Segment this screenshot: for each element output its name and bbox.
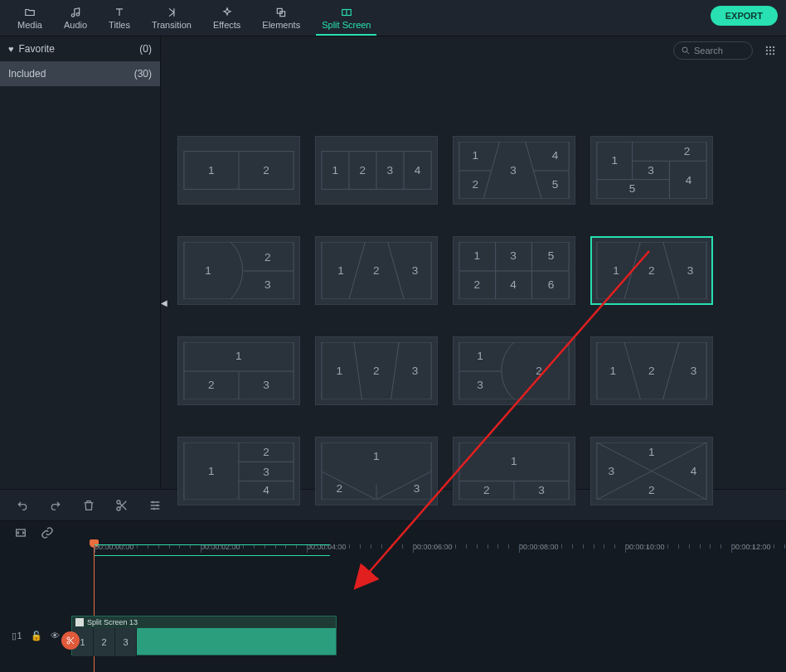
template-item-selected[interactable]: 123 <box>590 236 713 305</box>
ruler-label: 00:00:08:00 <box>519 543 559 551</box>
svg-line-69 <box>624 242 640 299</box>
ruler-label: 00:00:10:00 <box>625 543 665 551</box>
svg-text:3: 3 <box>263 379 269 391</box>
lock-icon[interactable]: 🔓 <box>31 631 42 641</box>
svg-text:4: 4 <box>552 149 559 162</box>
tab-label: Effects <box>213 20 240 30</box>
text-icon <box>113 7 126 18</box>
sidebar-item-count: (0) <box>139 43 152 55</box>
svg-text:2: 2 <box>263 446 269 458</box>
track-row: ▯1 🔓 👁 Split Screen 13 1 2 3 <box>0 612 786 659</box>
svg-text:3: 3 <box>510 249 517 262</box>
clip-type-icon <box>75 618 84 626</box>
folder-icon <box>23 7 36 18</box>
svg-text:6: 6 <box>548 278 555 291</box>
sidebar-item-favorite[interactable]: ♥Favorite (0) <box>0 36 160 61</box>
grid-view-toggle[interactable] <box>763 43 778 58</box>
svg-text:1: 1 <box>208 465 215 477</box>
tab-transition[interactable]: Transition <box>141 0 202 36</box>
svg-text:2: 2 <box>536 365 542 377</box>
template-item[interactable]: 123456 <box>453 236 575 305</box>
template-item[interactable]: 123 <box>315 236 438 305</box>
svg-point-7 <box>769 46 771 48</box>
template-grid: 12 1234 12345 12345 123 123 123456 123 1… <box>161 65 786 505</box>
timeline-ruler[interactable]: 00:00:00:0000:00:02:0000:00:04:0000:00:0… <box>71 544 786 559</box>
collapse-sidebar-button[interactable]: ◀ <box>160 290 168 315</box>
svg-text:1: 1 <box>473 249 480 262</box>
ruler-label: 00:00:12:00 <box>731 543 771 551</box>
search-input[interactable]: Search <box>673 41 753 60</box>
svg-text:2: 2 <box>373 365 380 377</box>
search-placeholder: Search <box>694 46 723 56</box>
template-item[interactable]: 12345 <box>590 136 713 205</box>
template-item[interactable]: 1234 <box>590 437 713 505</box>
svg-text:1: 1 <box>609 365 616 377</box>
svg-text:3: 3 <box>264 278 271 291</box>
clip-body: 1 2 3 <box>72 628 336 656</box>
layers-icon <box>274 7 288 18</box>
split-screen-icon <box>340 7 353 18</box>
tab-label: Titles <box>109 20 130 30</box>
svg-text:2: 2 <box>473 278 480 291</box>
split-button[interactable] <box>114 498 129 513</box>
svg-text:3: 3 <box>412 264 419 277</box>
svg-text:2: 2 <box>336 482 342 495</box>
template-item[interactable]: 123 <box>315 336 438 405</box>
search-row: Search <box>161 36 786 65</box>
visibility-icon[interactable]: 👁 <box>51 631 60 641</box>
tab-titles[interactable]: Titles <box>98 0 141 36</box>
svg-text:5: 5 <box>629 182 636 195</box>
track-label-icon: ▯1 <box>12 631 22 641</box>
timeline-clip[interactable]: Split Screen 13 1 2 3 <box>71 616 337 655</box>
clip-trim-handle[interactable] <box>61 631 80 650</box>
svg-text:1: 1 <box>337 264 344 277</box>
fit-button[interactable] <box>13 525 28 540</box>
export-button[interactable]: EXPORT <box>711 6 778 26</box>
svg-line-70 <box>663 242 679 299</box>
svg-text:3: 3 <box>691 365 697 377</box>
tab-elements[interactable]: Elements <box>251 0 311 36</box>
template-item[interactable]: 123 <box>177 336 300 405</box>
svg-text:1: 1 <box>208 164 215 176</box>
svg-text:3: 3 <box>414 482 420 495</box>
svg-text:4: 4 <box>263 484 269 496</box>
svg-text:2: 2 <box>208 379 215 391</box>
svg-point-8 <box>773 46 774 48</box>
template-item[interactable]: 1234 <box>315 136 438 205</box>
template-item[interactable]: 123 <box>590 336 713 405</box>
tab-split-screen[interactable]: Split Screen <box>311 0 381 36</box>
tab-effects[interactable]: Effects <box>202 0 251 36</box>
tab-media[interactable]: Media <box>7 0 53 36</box>
svg-line-82 <box>391 342 399 399</box>
sidebar: ♥Favorite (0) Included (30) <box>0 36 160 489</box>
ruler-label: 00:00:06:00 <box>413 543 453 551</box>
timeline-head-tools <box>0 521 786 544</box>
svg-text:1: 1 <box>373 450 380 462</box>
svg-point-10 <box>769 50 771 51</box>
track-header: ▯1 🔓 👁 <box>0 612 71 659</box>
svg-text:1: 1 <box>205 264 211 277</box>
svg-text:3: 3 <box>609 465 615 477</box>
template-item[interactable]: 12345 <box>453 136 575 205</box>
redo-button[interactable] <box>48 498 63 513</box>
svg-text:5: 5 <box>552 178 559 191</box>
template-item[interactable]: 123 <box>177 236 300 305</box>
tab-audio[interactable]: Audio <box>53 0 98 36</box>
template-item[interactable]: 123 <box>453 336 575 405</box>
svg-text:1: 1 <box>611 154 618 167</box>
undo-button[interactable] <box>15 498 30 513</box>
link-button[interactable] <box>40 525 55 540</box>
svg-text:2: 2 <box>360 164 366 176</box>
svg-text:2: 2 <box>648 484 655 496</box>
template-item[interactable]: 12 <box>177 136 300 205</box>
template-item[interactable]: 1234 <box>177 437 300 505</box>
svg-text:2: 2 <box>263 164 269 176</box>
svg-text:3: 3 <box>648 164 654 176</box>
svg-text:2: 2 <box>648 264 655 277</box>
sparkle-icon <box>221 7 234 18</box>
svg-text:3: 3 <box>477 379 483 391</box>
delete-button[interactable] <box>81 498 96 513</box>
template-item[interactable]: 123 <box>453 437 575 505</box>
sidebar-item-included[interactable]: Included (30) <box>0 61 160 86</box>
template-item[interactable]: 123 <box>315 437 438 505</box>
